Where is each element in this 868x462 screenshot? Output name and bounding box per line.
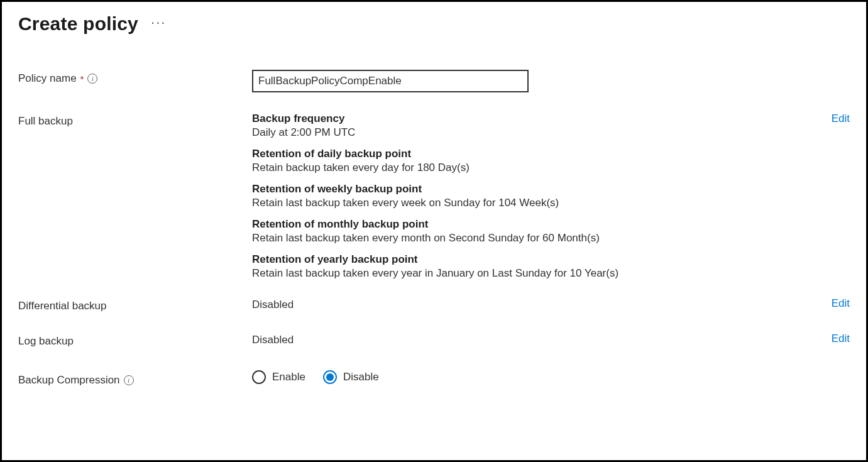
compression-enable-radio[interactable]: Enable: [252, 370, 305, 384]
differential-backup-value-col: Edit Disabled: [252, 297, 850, 311]
more-actions-button[interactable]: ···: [151, 14, 166, 33]
retention-weekly-title: Retention of weekly backup point: [252, 183, 850, 195]
header: Create policy ···: [18, 13, 850, 35]
retention-yearly-item: Retention of yearly backup point Retain …: [252, 253, 850, 280]
radio-selected-icon: [323, 370, 337, 384]
backup-frequency-title: Backup frequency: [252, 113, 850, 125]
radio-label: Enable: [272, 371, 305, 383]
retention-daily-item: Retention of daily backup point Retain b…: [252, 148, 850, 174]
required-marker: *: [80, 74, 84, 84]
compression-radio-group: Enable Disable: [252, 368, 850, 384]
policy-name-input[interactable]: [252, 70, 529, 92]
info-icon[interactable]: i: [87, 74, 97, 84]
retention-weekly-desc: Retain last backup taken every week on S…: [252, 197, 850, 209]
label-text: Backup Compression: [18, 374, 120, 387]
backup-frequency-item: Backup frequency Daily at 2:00 PM UTC: [252, 113, 850, 139]
label-text: Policy name: [18, 72, 77, 85]
retention-monthly-item: Retention of monthly backup point Retain…: [252, 218, 850, 245]
log-backup-value: Disabled: [252, 333, 850, 346]
retention-yearly-title: Retention of yearly backup point: [252, 253, 850, 266]
edit-full-backup-link[interactable]: Edit: [832, 113, 850, 125]
full-backup-row: Full backup Edit Backup frequency Daily …: [18, 113, 850, 280]
compression-disable-radio[interactable]: Disable: [323, 370, 379, 384]
retention-weekly-item: Retention of weekly backup point Retain …: [252, 183, 850, 209]
backup-compression-value-col: Enable Disable: [252, 368, 850, 384]
backup-compression-label: Backup Compression i: [18, 368, 252, 387]
full-backup-details: Edit Backup frequency Daily at 2:00 PM U…: [252, 113, 850, 280]
log-backup-value-col: Edit Disabled: [252, 333, 850, 346]
radio-unselected-icon: [252, 370, 266, 384]
differential-backup-label: Differential backup: [18, 297, 252, 312]
edit-log-link[interactable]: Edit: [832, 333, 850, 345]
log-backup-row: Log backup Edit Disabled: [18, 333, 850, 348]
policy-name-row: Policy name * i: [18, 70, 850, 92]
differential-backup-row: Differential backup Edit Disabled: [18, 297, 850, 312]
policy-name-label: Policy name * i: [18, 70, 252, 85]
retention-monthly-desc: Retain last backup taken every month on …: [252, 232, 850, 245]
retention-daily-desc: Retain backup taken every day for 180 Da…: [252, 162, 850, 174]
policy-name-value-col: [252, 70, 850, 92]
full-backup-label: Full backup: [18, 113, 252, 128]
info-icon[interactable]: i: [124, 375, 134, 385]
retention-daily-title: Retention of daily backup point: [252, 148, 850, 160]
retention-monthly-title: Retention of monthly backup point: [252, 218, 850, 231]
retention-yearly-desc: Retain last backup taken every year in J…: [252, 267, 850, 280]
page-title: Create policy: [18, 13, 138, 35]
backup-compression-row: Backup Compression i Enable Disable: [18, 368, 850, 387]
differential-backup-value: Disabled: [252, 297, 850, 311]
create-policy-panel: Create policy ··· Policy name * i Full b…: [0, 0, 868, 462]
edit-differential-link[interactable]: Edit: [832, 297, 850, 310]
log-backup-label: Log backup: [18, 333, 252, 348]
backup-frequency-desc: Daily at 2:00 PM UTC: [252, 126, 850, 139]
radio-label: Disable: [343, 371, 379, 383]
